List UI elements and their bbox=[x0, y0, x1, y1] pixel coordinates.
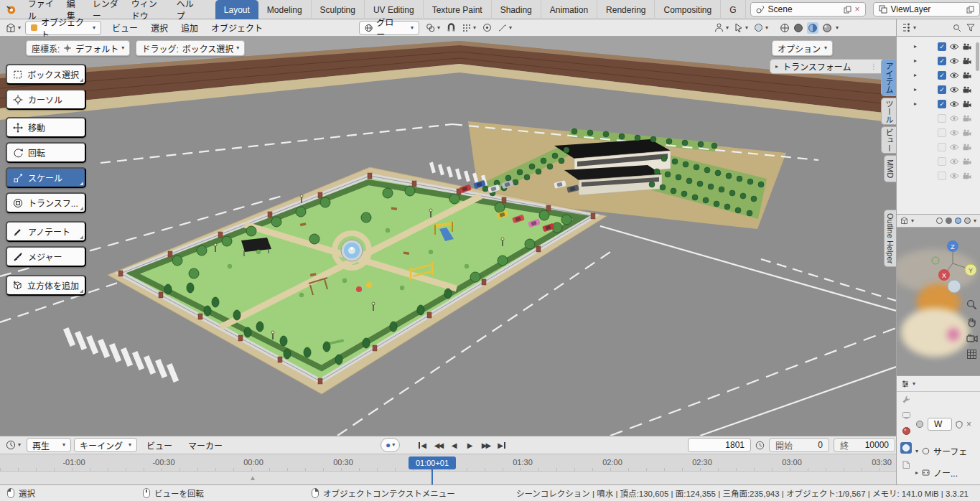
current-frame-field[interactable]: 1801 bbox=[688, 438, 751, 452]
sidebar-tab-outline-helper[interactable]: Outline Helper bbox=[884, 210, 896, 267]
mode-selector[interactable]: オブジェクト ▾ bbox=[25, 21, 101, 35]
tool-add-cube[interactable]: 立方体を追加 bbox=[6, 275, 86, 296]
sidebar-tab-tool[interactable]: ツール bbox=[881, 98, 896, 125]
viewport-scene[interactable] bbox=[0, 37, 896, 436]
secondary-viewport-canvas[interactable]: Z X Y bbox=[897, 228, 980, 376]
camera-visibility-icon[interactable] bbox=[962, 129, 971, 136]
frame-start-field[interactable]: 開始0 bbox=[769, 438, 829, 452]
menu-window[interactable]: ウィンドウ bbox=[125, 0, 170, 19]
outliner-editor-button[interactable]: ▾ bbox=[902, 23, 916, 32]
outliner-row[interactable] bbox=[897, 111, 980, 126]
snap-settings-button[interactable]: ▾ bbox=[462, 24, 476, 32]
eye-icon[interactable] bbox=[949, 172, 959, 179]
outliner-row[interactable]: ▸ ✓ bbox=[897, 54, 980, 68]
workspace-tab-texture-paint[interactable]: Texture Paint bbox=[424, 0, 492, 19]
drag-mode-select[interactable]: ボックス選択▾ bbox=[182, 42, 240, 55]
timeline-marker-icon[interactable]: ▲ bbox=[249, 474, 256, 482]
checkbox-icon[interactable]: ✓ bbox=[938, 71, 946, 80]
outliner-row[interactable]: ▸ ✓ bbox=[897, 97, 980, 111]
checkbox-icon[interactable] bbox=[938, 114, 946, 123]
outliner-row[interactable] bbox=[897, 140, 980, 154]
sidebar-tab-view[interactable]: ビュー bbox=[881, 126, 896, 154]
outliner-row[interactable] bbox=[897, 126, 980, 140]
tool-cursor[interactable]: カーソル bbox=[6, 89, 86, 110]
panel-grip-icon[interactable]: ⋮ bbox=[870, 62, 877, 70]
unlink-material-icon[interactable]: × bbox=[966, 419, 971, 429]
camera-view-icon[interactable] bbox=[966, 334, 978, 342]
camera-visibility-icon[interactable] bbox=[962, 115, 971, 122]
shading-rendered-icon[interactable] bbox=[964, 217, 971, 224]
tool-measure[interactable]: メジャー bbox=[6, 246, 86, 267]
checkbox-icon[interactable] bbox=[938, 157, 946, 166]
unlink-icon[interactable]: × bbox=[855, 4, 860, 14]
auto-keying-toggle[interactable]: ● ▾ bbox=[381, 438, 400, 452]
coord-system-select[interactable]: デフォルト▾ bbox=[75, 42, 124, 55]
eye-icon[interactable] bbox=[949, 144, 959, 151]
outliner-scrollbar[interactable] bbox=[976, 42, 979, 71]
search-icon[interactable] bbox=[953, 24, 961, 32]
data-tab-icon[interactable] bbox=[902, 460, 910, 469]
ortho-grid-icon[interactable] bbox=[966, 349, 977, 360]
menu-render[interactable]: レンダー bbox=[86, 0, 125, 19]
camera-visibility-icon[interactable] bbox=[962, 100, 971, 108]
eye-icon[interactable] bbox=[949, 115, 959, 122]
checkbox-icon[interactable] bbox=[938, 143, 946, 151]
outliner-row[interactable]: ▸ ✓ bbox=[897, 83, 980, 97]
navigation-gizmo[interactable]: Z X Y bbox=[930, 239, 980, 299]
viewport-3d[interactable]: 座標系: デフォルト▾ ドラッグ: ボックス選択▾ オプション▾ ▸ トランスフ… bbox=[0, 37, 896, 436]
orientation-selector[interactable]: グロー... ▾ bbox=[359, 21, 419, 35]
blender-logo[interactable] bbox=[6, 3, 17, 17]
play-reverse-button[interactable]: ◀ bbox=[447, 439, 462, 451]
checkbox-icon[interactable]: ✓ bbox=[938, 100, 946, 108]
checkbox-icon[interactable]: ✓ bbox=[938, 85, 946, 94]
viewlayer-selector[interactable]: ViewLayer bbox=[873, 2, 980, 17]
camera-visibility-icon[interactable] bbox=[962, 144, 971, 151]
copy-icon[interactable] bbox=[844, 6, 851, 14]
tool-box-select[interactable]: ボックス選択 bbox=[6, 64, 86, 85]
menu-viewport-add[interactable]: 追加 bbox=[174, 19, 205, 36]
checkbox-icon[interactable] bbox=[938, 128, 946, 137]
shading-material-icon[interactable] bbox=[955, 217, 961, 224]
material-datablock-field[interactable]: W × bbox=[915, 418, 971, 431]
workspace-tab-compositing[interactable]: Compositing bbox=[655, 0, 721, 19]
eye-icon[interactable] bbox=[949, 100, 959, 108]
material-tab-icon[interactable] bbox=[902, 426, 911, 436]
copy-icon[interactable] bbox=[966, 6, 974, 14]
menu-viewport-view[interactable]: ビュー bbox=[106, 19, 144, 36]
menu-viewport-object[interactable]: オブジェクト bbox=[205, 19, 269, 36]
show-gizmo-button[interactable]: ▾ bbox=[714, 23, 729, 32]
nodes-panel-header[interactable]: ▸ ノー... bbox=[915, 467, 958, 479]
camera-visibility-icon[interactable] bbox=[962, 72, 971, 79]
next-keyframe-button[interactable]: ▶▶ bbox=[478, 439, 493, 451]
jump-start-button[interactable]: ◀ bbox=[415, 439, 430, 451]
pivot-point-button[interactable]: ▾ bbox=[426, 23, 440, 32]
workspace-tab-layout[interactable]: Layout bbox=[215, 0, 258, 19]
camera-visibility-icon[interactable] bbox=[962, 43, 971, 50]
axis-z-negative[interactable] bbox=[948, 280, 961, 293]
timeline-ruler[interactable]: -01:00 -00:30 00:00 00:30 01:30 02:00 02… bbox=[0, 454, 896, 471]
checkbox-icon[interactable]: ✓ bbox=[938, 42, 946, 51]
workspace-tab-animation[interactable]: Animation bbox=[541, 0, 597, 19]
camera-visibility-icon[interactable] bbox=[962, 172, 971, 179]
shading-wireframe-icon[interactable] bbox=[780, 23, 790, 33]
properties-editor-icon[interactable] bbox=[901, 380, 910, 388]
outliner-row[interactable] bbox=[897, 169, 980, 183]
menu-viewport-select[interactable]: 選択 bbox=[144, 19, 174, 36]
eye-icon[interactable] bbox=[949, 86, 959, 93]
active-properties-tab[interactable] bbox=[900, 442, 912, 454]
shading-solid-icon[interactable] bbox=[946, 217, 952, 224]
zoom-icon[interactable] bbox=[966, 299, 977, 310]
timeline-tracks[interactable]: ▲ bbox=[0, 471, 896, 485]
render-tab-icon[interactable] bbox=[902, 411, 911, 420]
shading-rendered-icon[interactable] bbox=[822, 23, 832, 33]
tool-scale[interactable]: スケール bbox=[6, 167, 86, 188]
sidebar-tab-mmd[interactable]: MMD bbox=[884, 155, 896, 182]
scene-selector[interactable]: Scene × bbox=[750, 2, 866, 17]
eye-icon[interactable] bbox=[949, 43, 959, 50]
menu-timeline-marker[interactable]: マーカー bbox=[182, 436, 229, 454]
axis-y-negative[interactable] bbox=[932, 257, 939, 264]
snap-magnet-icon[interactable] bbox=[447, 23, 456, 32]
eye-icon[interactable] bbox=[949, 57, 959, 65]
surface-panel-header[interactable]: ▾ サーフェ bbox=[915, 445, 967, 457]
material-name[interactable]: W bbox=[928, 418, 952, 431]
